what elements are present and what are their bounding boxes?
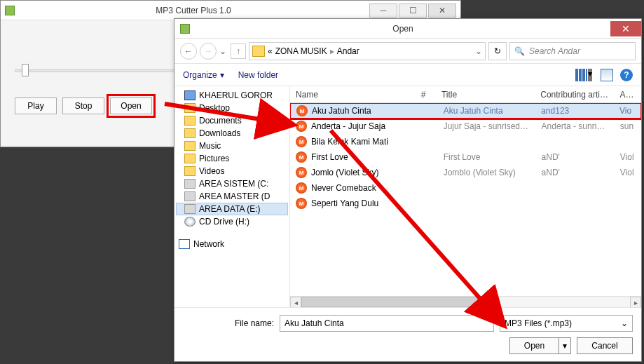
- dialog-icon: [180, 24, 190, 34]
- dialog-titlebar[interactable]: Open ✕: [174, 19, 641, 39]
- network-icon: [179, 239, 190, 249]
- folder-icon: [184, 141, 196, 151]
- crumb-sep-icon: ▸: [330, 46, 334, 56]
- mp3-icon: M: [296, 167, 307, 178]
- tree-videos[interactable]: Videos: [176, 165, 288, 177]
- col-album[interactable]: Albu: [615, 90, 641, 100]
- file-list: M Aku Jatuh Cinta Aku Jatuh Cinta and123…: [290, 103, 641, 296]
- mp3-icon: M: [296, 136, 307, 147]
- tree-desktop[interactable]: Desktop: [176, 102, 288, 114]
- crumb-prefix: «: [268, 46, 273, 56]
- minimize-button[interactable]: ─: [369, 4, 397, 18]
- nav-row: ← → ⌄ ↑ « ZONA MUSIK ▸ Andar ⌄ ↻ 🔍 Searc…: [174, 39, 641, 64]
- app-icon: [5, 6, 15, 15]
- breadcrumb[interactable]: « ZONA MUSIK ▸ Andar ⌄: [249, 42, 486, 60]
- help-button[interactable]: ?: [620, 69, 633, 81]
- dialog-title: Open: [196, 24, 610, 34]
- crumb-2[interactable]: Andar: [337, 46, 359, 56]
- tree-downloads[interactable]: Downloads: [176, 127, 288, 140]
- folder-icon: [252, 46, 265, 57]
- column-headers[interactable]: Name # Title Contributing artists Albu: [290, 86, 641, 103]
- search-placeholder: Search Andar: [529, 46, 580, 56]
- scroll-right-button[interactable]: ▸: [630, 297, 641, 307]
- file-row[interactable]: M Never Comeback: [290, 180, 641, 196]
- crumb-dropdown-icon[interactable]: ⌄: [475, 46, 482, 56]
- dialog-cancel-button[interactable]: Cancel: [577, 337, 633, 354]
- disc-icon: [184, 217, 196, 227]
- slider-thumb[interactable]: [22, 64, 29, 76]
- dialog-open-button[interactable]: Open: [509, 337, 559, 354]
- folder-icon: [184, 166, 196, 176]
- stop-button[interactable]: Stop: [62, 97, 104, 114]
- tree-drive-d[interactable]: AREA MASTER (D: [176, 190, 288, 203]
- tree-documents[interactable]: Documents: [176, 114, 288, 127]
- tree-pictures[interactable]: Pictures: [176, 152, 288, 165]
- file-type-filter[interactable]: MP3 Files (*.mp3)⌄: [500, 315, 633, 332]
- tree-computer[interactable]: KHAERUL GOROR: [176, 89, 288, 102]
- mp3-icon: M: [296, 121, 307, 132]
- dialog-close-button[interactable]: ✕: [610, 21, 641, 36]
- open-dropdown-button[interactable]: ▾: [559, 337, 571, 354]
- refresh-button[interactable]: ↻: [488, 42, 507, 60]
- filename-label: File name:: [183, 318, 274, 328]
- filename-input[interactable]: Aku Jatuh Cinta: [280, 315, 494, 332]
- file-row[interactable]: M Aku Jatuh Cinta Aku Jatuh Cinta and123…: [290, 103, 641, 119]
- col-name[interactable]: Name: [290, 90, 416, 100]
- folder-icon: [184, 154, 196, 163]
- up-button[interactable]: ↑: [231, 43, 246, 59]
- col-artist[interactable]: Contributing artists: [535, 90, 614, 100]
- view-mode-button[interactable]: ▾: [575, 69, 594, 81]
- tree-drive-c[interactable]: AREA SISTEM (C:: [176, 177, 288, 190]
- toolbar: Organize▾ New folder ▾ ?: [174, 64, 641, 86]
- maximize-button[interactable]: ☐: [399, 4, 427, 18]
- new-folder-button[interactable]: New folder: [238, 70, 278, 80]
- folder-icon: [184, 128, 196, 138]
- tree-network[interactable]: Network: [176, 238, 288, 250]
- file-row[interactable]: M Bila Kelak Kami Mati: [290, 134, 641, 149]
- nav-tree: KHAERUL GOROR Desktop Documents Download…: [174, 86, 290, 307]
- tree-music[interactable]: Music: [176, 140, 288, 152]
- history-dropdown[interactable]: ⌄: [219, 46, 228, 56]
- mp3-icon: M: [296, 198, 307, 209]
- mp3-icon: M: [296, 182, 307, 194]
- file-row[interactable]: M First Love First Love aND' Viol: [290, 149, 641, 165]
- horizontal-scrollbar[interactable]: ◂ ▸: [290, 296, 641, 307]
- app-titlebar[interactable]: MP3 Cutter Plus 1.0 ─ ☐ ✕: [1, 1, 460, 20]
- close-button[interactable]: ✕: [428, 4, 456, 18]
- mp3-icon: M: [296, 151, 307, 163]
- search-input[interactable]: 🔍 Search Andar: [509, 42, 636, 60]
- scroll-left-button[interactable]: ◂: [290, 297, 301, 307]
- back-button[interactable]: ←: [180, 43, 197, 60]
- open-dialog: Open ✕ ← → ⌄ ↑ « ZONA MUSIK ▸ Andar ⌄ ↻ …: [174, 18, 642, 362]
- chevron-down-icon: ⌄: [621, 318, 628, 328]
- folder-icon: [184, 116, 196, 126]
- drive-icon: [184, 204, 196, 214]
- col-title[interactable]: Title: [436, 90, 535, 100]
- tree-drive-h[interactable]: CD Drive (H:): [176, 215, 288, 228]
- organize-menu[interactable]: Organize▾: [183, 70, 224, 80]
- open-button[interactable]: Open: [110, 97, 152, 114]
- tree-drive-e[interactable]: AREA DATA (E:): [176, 203, 288, 215]
- forward-button[interactable]: →: [200, 43, 217, 60]
- search-icon: 🔍: [514, 46, 525, 56]
- file-row[interactable]: M Seperti Yang Dulu: [290, 196, 641, 211]
- scroll-thumb[interactable]: [301, 297, 498, 307]
- drive-icon: [184, 191, 196, 201]
- chevron-down-icon: ▾: [220, 70, 224, 80]
- play-button[interactable]: Play: [15, 97, 57, 114]
- app-title: MP3 Cutter Plus 1.0: [19, 6, 368, 15]
- col-num[interactable]: #: [416, 90, 436, 100]
- computer-icon: [184, 90, 196, 100]
- folder-icon: [184, 103, 196, 113]
- drive-icon: [184, 179, 196, 189]
- file-row[interactable]: M Anderta - Jujur Saja Jujur Saja - sunr…: [290, 119, 641, 134]
- mp3-icon: M: [296, 105, 308, 116]
- crumb-1[interactable]: ZONA MUSIK: [275, 46, 327, 56]
- preview-pane-button[interactable]: [601, 69, 613, 81]
- file-row[interactable]: M Jomlo (Violet Sky) Jomblo (Violet Sky)…: [290, 165, 641, 180]
